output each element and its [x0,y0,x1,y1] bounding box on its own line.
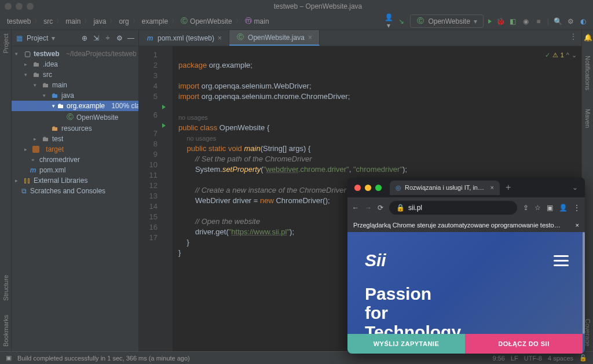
breadcrumb-part[interactable]: main [64,17,82,25]
run-gutter-icon[interactable] [162,120,173,131]
left-tool-rail: Project Structure Bookmarks [0,30,12,351]
tree-item[interactable]: ▫chromedriver [12,155,138,165]
hero-headline: Passion for Technology [365,284,461,341]
expand-icon[interactable]: ⇲ [92,34,100,42]
close-icon[interactable]: × [576,222,579,229]
tree-root[interactable]: ▾▢testweb ~/IdeaProjects/testweb [12,49,138,59]
tree-item[interactable]: ▾🖿main [12,80,138,90]
breadcrumb-part[interactable]: example [141,17,169,25]
stop-button[interactable]: ■ [535,17,543,25]
build-hammer-icon[interactable]: ↘ [397,17,405,25]
close-icon[interactable]: × [218,34,222,42]
coverage-button[interactable]: ◧ [509,17,517,25]
breadcrumb-part[interactable]: src [42,17,54,25]
banner-text: Przeglądarką Chrome steruje zautomatyzow… [353,222,561,229]
browser-tab[interactable]: ◎ Rozwiązania i usługi IT, inżynie… × [390,181,500,195]
run-button[interactable] [488,17,492,25]
breadcrumb-part[interactable]: testweb [6,17,32,25]
minimize-dot[interactable] [16,3,23,10]
editor-tab-openwebsite[interactable]: ⒸOpenWebsite.java× [229,30,320,46]
tree-item[interactable]: ▸⫿⫿External Libraries [12,175,138,186]
address-bar[interactable]: 🔒 sii.pl [389,201,517,215]
close-icon[interactable]: × [490,184,494,191]
forward-button[interactable]: → [365,204,372,212]
rail-project[interactable]: Project [2,34,9,53]
breadcrumb-part[interactable]: main [253,17,270,25]
notifications-icon[interactable]: 🔔 [584,34,592,42]
close-dot[interactable] [354,185,361,191]
lock-icon: 🔒 [396,204,405,212]
rail-bookmarks[interactable]: Bookmarks [2,315,9,347]
minimize-dot[interactable] [365,185,371,191]
close-icon[interactable]: × [308,34,312,42]
tree-item[interactable]: ▾🖿src [12,69,138,80]
close-dot[interactable] [5,3,12,10]
tree-item-openwebsite[interactable]: ⒸOpenWebsite [12,111,138,123]
tree-item[interactable]: ⧉Scratches and Consoles [12,186,138,196]
tree-item[interactable]: mpom.xml [12,165,138,175]
breadcrumb-part[interactable]: java [92,17,107,25]
collapse-icon[interactable]: ÷ [104,34,112,42]
tree-item[interactable]: ▸🖿test [12,134,138,144]
tab-title: Rozwiązania i usługi IT, inżynie… [405,184,487,191]
reload-button[interactable]: ⟳ [378,204,383,212]
editor-menu-icon[interactable]: ⋮ [565,30,581,46]
project-tool-window: ▦ Project ▾ ⊕ ⇲ ÷ ⚙ — ▾▢testweb ~/IdeaPr… [12,30,139,351]
rail-coverage[interactable]: Coverage [584,319,591,347]
tree-item[interactable]: 🖿resources [12,123,138,134]
lock-icon[interactable]: ▣ [6,354,12,362]
breadcrumb-bar[interactable]: testweb〉 src〉 main〉 java〉 org〉 example〉 … [6,16,385,26]
line-sep[interactable]: LF [511,355,518,362]
zoom-dot[interactable] [375,185,382,191]
debug-button[interactable]: 🐞 [496,17,504,25]
tree-item-selected[interactable]: ▾🖿org.example 100% classes [12,101,138,111]
tree-item[interactable]: ▸🖿.idea [12,59,138,69]
cta-send-inquiry[interactable]: WYŚLIJ ZAPYTANIE [347,334,465,354]
project-view-title[interactable]: Project [27,34,48,42]
rail-maven[interactable]: Maven [584,109,591,128]
profile-button[interactable]: ◉ [522,17,530,25]
caret-pos[interactable]: 9:56 [493,355,505,362]
project-tree[interactable]: ▾▢testweb ~/IdeaProjects/testweb ▸🖿.idea… [12,46,138,351]
cta-join-sii[interactable]: DOŁĄCZ DO SII [465,334,583,354]
share-icon[interactable]: ⇪ [523,204,529,212]
inspection-indicator[interactable]: ✓ ⚠1 ^⌄ [545,50,577,60]
window-title: testweb – OpenWebsite.java [43,2,593,10]
rail-structure[interactable]: Structure [2,275,9,301]
hamburger-menu-icon[interactable] [554,255,569,266]
tree-item-target[interactable]: ▸ target [12,144,138,155]
breadcrumb-part[interactable]: OpenWebsite [189,17,233,25]
breadcrumb-part[interactable]: org [118,17,130,25]
search-icon[interactable]: 🔍 [554,17,562,25]
editor-tab-pom[interactable]: mpom.xml (testweb)× [139,30,229,46]
readonly-icon[interactable]: 🔓 [579,354,587,362]
page-content[interactable]: Sii Passion for Technology WYŚLIJ ZAPYTA… [347,232,585,354]
encoding[interactable]: UTF-8 [524,355,542,362]
gutter-icons [162,46,173,351]
traffic-lights [351,185,385,191]
indent[interactable]: 4 spaces [548,355,573,362]
run-config-selector[interactable]: Ⓒ OpenWebsite ▾ [410,14,484,28]
run-gutter-icon[interactable] [162,102,173,112]
user-icon[interactable]: 👤▾ [385,13,393,30]
extensions-icon[interactable]: ▣ [547,204,553,212]
rail-notifications[interactable]: Notifications [584,56,591,90]
zoom-dot[interactable] [27,3,34,10]
select-opened-file-icon[interactable]: ⊕ [80,34,89,42]
back-button[interactable]: ← [352,204,359,212]
chevron-down-icon[interactable]: ⌄ [572,183,581,192]
menu-icon[interactable]: ⋮ [573,204,580,212]
editor-tabs: mpom.xml (testweb)× ⒸOpenWebsite.java× ⋮ [139,30,581,46]
settings-icon[interactable]: ⚙ [566,17,574,25]
traffic-lights [5,3,34,10]
hide-icon[interactable]: — [127,34,135,42]
chrome-browser-window: ◎ Rozwiązania i usługi IT, inżynie… × + … [347,178,585,354]
page-scrollbar[interactable] [583,232,585,334]
profile-icon[interactable]: 👤 [559,204,568,212]
star-icon[interactable]: ☆ [535,204,541,212]
sii-logo[interactable]: Sii [365,251,386,270]
new-tab-button[interactable]: + [506,182,511,193]
tree-item[interactable]: ▾🖿java [12,90,138,101]
gear-icon[interactable]: ⚙ [115,34,123,42]
ide-icon[interactable]: ◐ [579,17,587,25]
